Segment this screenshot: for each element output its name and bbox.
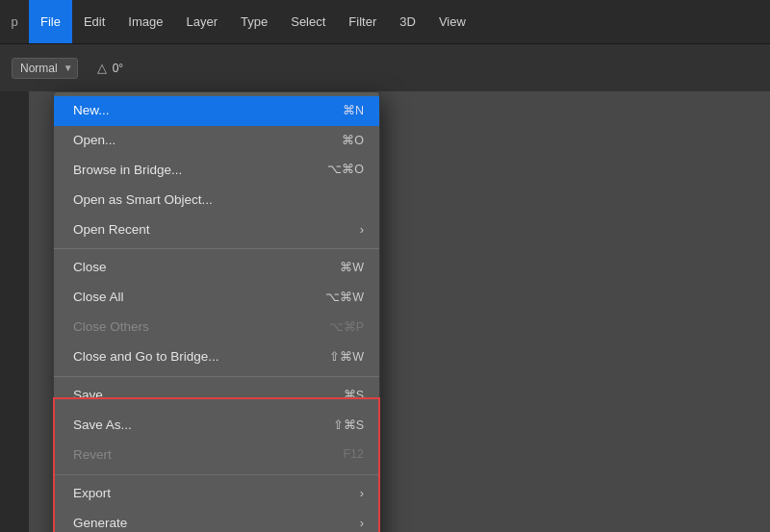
menu-3d[interactable]: 3D: [388, 0, 427, 43]
menu-select[interactable]: Select: [279, 0, 337, 43]
angle-icon: △: [97, 61, 107, 75]
menu-item-shortcut: ⌘S: [344, 388, 364, 405]
menu-item-new[interactable]: New...⌘N: [54, 96, 379, 126]
menu-item-label: Save: [73, 387, 103, 405]
menu-item-shortcut: ⌘O: [342, 133, 364, 150]
angle-control: △ 0°: [97, 61, 123, 75]
menu-item-shortcut: ⌘N: [343, 103, 364, 120]
menu-item-label: New...: [73, 102, 110, 120]
menu-item-shortcut: ⌘W: [340, 260, 364, 277]
menu-edit[interactable]: Edit: [72, 0, 116, 43]
menu-item-label: Revert: [73, 446, 112, 465]
menu-filter[interactable]: Filter: [337, 0, 388, 43]
menu-image[interactable]: Image: [116, 0, 174, 43]
menu-item-open-recent[interactable]: Open Recent›: [54, 215, 379, 245]
menu-item-close-others: Close Others⌥⌘P: [54, 313, 379, 342]
menu-item-generate[interactable]: Generate›: [54, 509, 379, 532]
menu-item-label: Open...: [73, 132, 116, 150]
tools-panel: [0, 91, 29, 532]
menu-item-shortcut: ⌥⌘W: [325, 290, 364, 307]
menu-item-label: Browse in Bridge...: [73, 162, 182, 180]
menu-item-shortcut: ⌥⌘P: [329, 319, 364, 337]
menu-item-label: Open Recent: [73, 221, 150, 240]
menu-item-shortcut: ›: [360, 221, 364, 239]
toolbar: Normal ▼ △ 0°: [0, 43, 770, 91]
menu-item-revert: RevertF12: [54, 441, 379, 470]
menu-item-label: Export: [73, 485, 111, 503]
menu-item-label: Close and Go to Bridge...: [73, 348, 219, 367]
menu-view[interactable]: View: [427, 0, 477, 43]
blend-mode-dropdown[interactable]: Normal ▼: [12, 58, 78, 79]
menu-item-open[interactable]: Open...⌘O: [54, 126, 379, 156]
menu-separator: [54, 376, 379, 377]
menu-item-export[interactable]: Export›: [54, 479, 379, 509]
menu-item-shortcut: ⌥⌘O: [327, 162, 364, 179]
menu-item-shortcut: ⇧⌘W: [329, 349, 364, 367]
menu-item-open-smart[interactable]: Open as Smart Object...: [54, 186, 379, 215]
menu-item-label: Close All: [73, 289, 124, 307]
menu-item-label: Open as Smart Object...: [73, 191, 213, 210]
menubar: p File Edit Image Layer Type Select Filt…: [0, 0, 770, 43]
menu-item-shortcut: ›: [360, 485, 364, 502]
menu-layer[interactable]: Layer: [175, 0, 230, 43]
menu-item-save[interactable]: Save⌘S: [54, 381, 379, 411]
menu-item-close-bridge[interactable]: Close and Go to Bridge...⇧⌘W: [54, 342, 379, 372]
menu-item-close-all[interactable]: Close All⌥⌘W: [54, 283, 379, 313]
menu-item-shortcut: ›: [360, 515, 364, 532]
app-abbrev: p: [11, 14, 17, 29]
menu-type[interactable]: Type: [229, 0, 279, 43]
dropdown-arrow-icon: ▼: [64, 63, 73, 73]
menu-item-close[interactable]: Close⌘W: [54, 253, 379, 283]
menu-item-label: Save As...: [73, 417, 132, 435]
menu-separator: [54, 474, 379, 475]
menu-file[interactable]: File: [29, 0, 72, 43]
menu-item-save-as[interactable]: Save As...⇧⌘S: [54, 411, 379, 441]
menu-item-shortcut: ⇧⌘S: [333, 418, 364, 435]
angle-value: 0°: [113, 62, 123, 75]
file-dropdown-menu: New...⌘NOpen...⌘OBrowse in Bridge...⌥⌘OO…: [53, 91, 380, 532]
menu-separator: [54, 248, 379, 249]
menu-item-label: Generate: [73, 515, 127, 532]
main-area: New...⌘NOpen...⌘OBrowse in Bridge...⌥⌘OO…: [0, 91, 770, 532]
menu-item-label: Close Others: [73, 318, 149, 337]
app-icon: p: [0, 14, 29, 29]
menu-item-browse[interactable]: Browse in Bridge...⌥⌘O: [54, 156, 379, 186]
menu-item-shortcut: F12: [343, 446, 364, 464]
menu-item-label: Close: [73, 259, 107, 277]
